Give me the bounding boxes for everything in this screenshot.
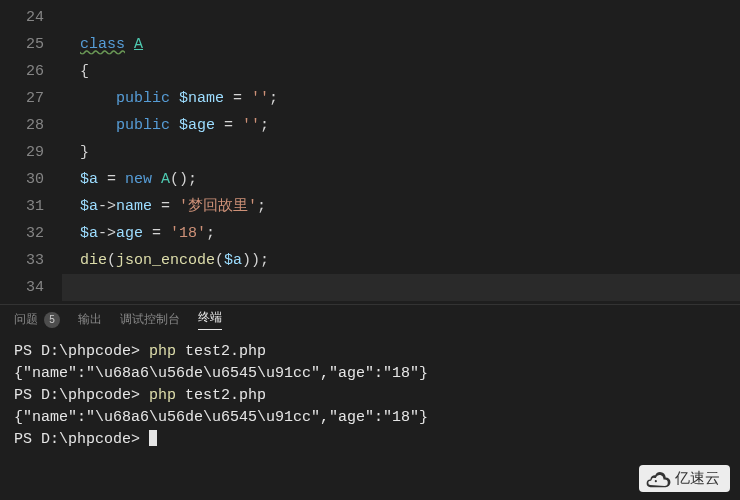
token: '梦回故里' (179, 198, 257, 215)
token: $a (80, 171, 98, 188)
token: = (224, 90, 251, 107)
token: name (116, 198, 152, 215)
token: ( (107, 252, 116, 269)
terminal-cursor (149, 430, 157, 446)
tab-debug-label: 调试控制台 (120, 311, 180, 328)
code-line[interactable] (62, 274, 740, 301)
problems-count-badge: 5 (44, 312, 60, 328)
line-number-gutter: 2425262728293031323334 (0, 0, 62, 304)
terminal-segment: {"name":"\u68a6\u56de\u6545\u91cc","age"… (14, 365, 428, 382)
terminal-segment: test2.php (176, 343, 266, 360)
terminal-line: PS D:\phpcode> php test2.php (14, 341, 726, 363)
token: class (80, 36, 125, 53)
code-line[interactable] (62, 4, 740, 31)
token (80, 117, 116, 134)
token: } (80, 144, 89, 161)
token: ; (206, 225, 215, 242)
code-line[interactable]: $a->age = '18'; (62, 220, 740, 247)
token: )); (242, 252, 269, 269)
line-number: 26 (0, 58, 62, 85)
tab-output-label: 输出 (78, 311, 102, 328)
line-number: 29 (0, 139, 62, 166)
code-line[interactable]: } (62, 139, 740, 166)
token: { (80, 63, 89, 80)
token: '18' (170, 225, 206, 242)
token: $a (80, 198, 98, 215)
token: '' (242, 117, 260, 134)
terminal-line: {"name":"\u68a6\u56de\u6545\u91cc","age"… (14, 407, 726, 429)
code-line[interactable]: die(json_encode($a)); (62, 247, 740, 274)
terminal-output[interactable]: PS D:\phpcode> php test2.php{"name":"\u6… (0, 335, 740, 457)
token: A (161, 171, 170, 188)
token (80, 90, 116, 107)
token: (); (170, 171, 197, 188)
terminal-segment: test2.php (176, 387, 266, 404)
token: die (80, 252, 107, 269)
line-number: 24 (0, 4, 62, 31)
terminal-segment: php (149, 387, 176, 404)
tab-problems-label: 问题 (14, 311, 38, 328)
terminal-segment: php (149, 343, 176, 360)
tab-problems[interactable]: 问题 5 (14, 311, 60, 328)
terminal-segment: PS D:\phpcode> (14, 343, 149, 360)
token: -> (98, 225, 116, 242)
terminal-line: PS D:\phpcode> php test2.php (14, 385, 726, 407)
code-line[interactable]: { (62, 58, 740, 85)
line-number: 25 (0, 31, 62, 58)
terminal-segment: PS D:\phpcode> (14, 387, 149, 404)
tab-output[interactable]: 输出 (78, 311, 102, 328)
code-line[interactable]: public $name = ''; (62, 85, 740, 112)
token (170, 117, 179, 134)
bottom-panel: 问题 5 输出 调试控制台 终端 PS D:\phpcode> php test… (0, 304, 740, 457)
token: = (143, 225, 170, 242)
line-number: 32 (0, 220, 62, 247)
token: age (116, 225, 143, 242)
code-editor: 2425262728293031323334 class A{ public $… (0, 0, 740, 304)
token: $a (80, 225, 98, 242)
watermark-text: 亿速云 (675, 469, 720, 488)
token (152, 171, 161, 188)
tab-terminal-label: 终端 (198, 309, 222, 330)
token: json_encode (116, 252, 215, 269)
terminal-line: PS D:\phpcode> (14, 429, 726, 451)
watermark: 亿速云 (639, 465, 730, 492)
code-line[interactable]: public $age = ''; (62, 112, 740, 139)
line-number: 30 (0, 166, 62, 193)
line-number: 31 (0, 193, 62, 220)
token: ; (257, 198, 266, 215)
code-area[interactable]: class A{ public $name = ''; public $age … (62, 0, 740, 304)
terminal-line: {"name":"\u68a6\u56de\u6545\u91cc","age"… (14, 363, 726, 385)
token: $name (179, 90, 224, 107)
token: public (116, 90, 170, 107)
token (125, 36, 134, 53)
token: new (125, 171, 152, 188)
token: = (152, 198, 179, 215)
terminal-segment: PS D:\phpcode> (14, 431, 149, 448)
tab-debug-console[interactable]: 调试控制台 (120, 311, 180, 328)
tab-terminal[interactable]: 终端 (198, 309, 222, 330)
token: ; (269, 90, 278, 107)
code-line[interactable]: $a = new A(); (62, 166, 740, 193)
token: = (98, 171, 125, 188)
token: '' (251, 90, 269, 107)
code-line[interactable]: class A (62, 31, 740, 58)
line-number: 27 (0, 85, 62, 112)
line-number: 34 (0, 274, 62, 301)
token: $a (224, 252, 242, 269)
token: A (134, 36, 143, 53)
token: ( (215, 252, 224, 269)
token: ; (260, 117, 269, 134)
token: = (215, 117, 242, 134)
token (170, 90, 179, 107)
token: -> (98, 198, 116, 215)
token: $age (179, 117, 215, 134)
line-number: 28 (0, 112, 62, 139)
terminal-segment: {"name":"\u68a6\u56de\u6545\u91cc","age"… (14, 409, 428, 426)
token: public (116, 117, 170, 134)
panel-tabs: 问题 5 输出 调试控制台 终端 (0, 305, 740, 335)
cloud-icon (645, 470, 671, 488)
svg-point-0 (655, 480, 657, 482)
code-line[interactable]: $a->name = '梦回故里'; (62, 193, 740, 220)
line-number: 33 (0, 247, 62, 274)
